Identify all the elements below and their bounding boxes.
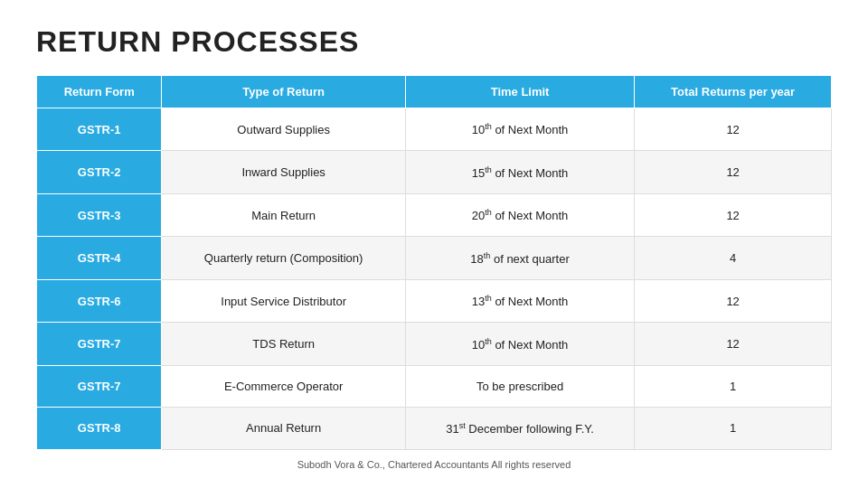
cell-form: GSTR-6 <box>37 279 162 322</box>
cell-type: E-Commerce Operator <box>162 365 405 407</box>
cell-time: 31st December following F.Y. <box>405 407 634 450</box>
cell-total: 12 <box>635 323 832 365</box>
cell-type: Quarterly return (Composition) <box>162 237 405 279</box>
table-row: GSTR-4Quarterly return (Composition)18th… <box>37 237 832 279</box>
col-header-type: Type of Return <box>162 76 405 108</box>
col-header-time: Time Limit <box>405 76 634 108</box>
cell-form: GSTR-1 <box>37 108 162 151</box>
table-row: GSTR-2Inward Supplies15th of Next Month1… <box>37 151 832 193</box>
cell-form: GSTR-2 <box>37 151 162 193</box>
table-row: GSTR-1Outward Supplies10th of Next Month… <box>37 108 832 151</box>
cell-total: 1 <box>635 407 832 450</box>
table-row: GSTR-7E-Commerce OperatorTo be prescribe… <box>37 365 832 407</box>
col-header-form: Return Form <box>37 76 162 108</box>
cell-total: 12 <box>635 279 832 322</box>
col-header-total: Total Returns per year <box>635 76 832 108</box>
cell-type: Annual Return <box>162 407 405 450</box>
cell-form: GSTR-4 <box>37 237 162 279</box>
cell-time: To be prescribed <box>405 365 634 407</box>
cell-form: GSTR-3 <box>37 193 162 236</box>
cell-form: GSTR-7 <box>37 323 162 365</box>
table-row: GSTR-7TDS Return10th of Next Month12 <box>37 323 832 365</box>
cell-type: TDS Return <box>162 323 405 365</box>
table-header-row: Return Form Type of Return Time Limit To… <box>37 76 832 108</box>
table-body: GSTR-1Outward Supplies10th of Next Month… <box>37 108 832 450</box>
cell-time: 10th of Next Month <box>405 108 634 151</box>
cell-total: 4 <box>635 237 832 279</box>
cell-total: 12 <box>635 193 832 236</box>
page-title: RETURN PROCESSES <box>36 25 832 59</box>
cell-total: 12 <box>635 151 832 193</box>
table-row: GSTR-8Annual Return31st December followi… <box>37 407 832 450</box>
cell-type: Inward Supplies <box>162 151 405 193</box>
footer-text: Subodh Vora & Co., Chartered Accountants… <box>36 459 832 474</box>
cell-type: Outward Supplies <box>162 108 405 151</box>
cell-time: 13th of Next Month <box>405 279 634 322</box>
cell-total: 12 <box>635 108 832 151</box>
returns-table: Return Form Type of Return Time Limit To… <box>36 75 832 450</box>
cell-time: 20th of Next Month <box>405 193 634 236</box>
cell-type: Main Return <box>162 193 405 236</box>
table-row: GSTR-3Main Return20th of Next Month12 <box>37 193 832 236</box>
cell-time: 18th of next quarter <box>405 237 634 279</box>
cell-form: GSTR-7 <box>37 365 162 407</box>
page: RETURN PROCESSES Return Form Type of Ret… <box>0 0 868 488</box>
cell-type: Input Service Distributor <box>162 279 405 322</box>
cell-time: 10th of Next Month <box>405 323 634 365</box>
cell-total: 1 <box>635 365 832 407</box>
table-row: GSTR-6Input Service Distributor13th of N… <box>37 279 832 322</box>
cell-time: 15th of Next Month <box>405 151 634 193</box>
cell-form: GSTR-8 <box>37 407 162 450</box>
